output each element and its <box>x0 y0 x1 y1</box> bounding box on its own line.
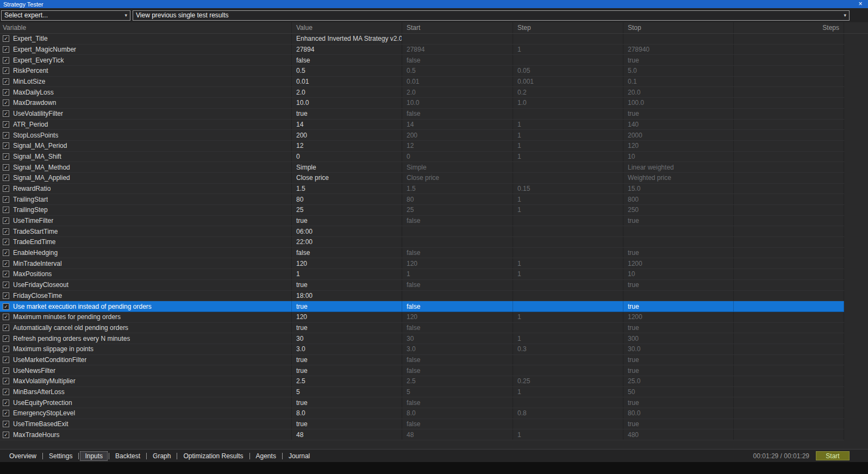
stop-cell[interactable]: 300 <box>623 333 734 344</box>
optimize-checkbox[interactable]: ✓ <box>3 99 9 106</box>
table-row[interactable]: ✓TrailingStep25251250 <box>0 205 844 216</box>
stop-cell[interactable]: 140 <box>623 120 734 130</box>
step-cell[interactable]: 1 <box>513 130 623 140</box>
value-cell[interactable]: 2.5 <box>292 376 402 386</box>
value-cell[interactable]: 18:00 <box>292 291 402 301</box>
optimize-checkbox[interactable]: ✓ <box>3 228 9 235</box>
start-cell[interactable]: 25 <box>402 205 513 215</box>
value-cell[interactable]: 8.0 <box>292 408 402 419</box>
table-row[interactable]: ✓UseTimeFiltertruefalsetrue <box>0 216 844 227</box>
start-cell[interactable]: 0.5 <box>402 66 513 76</box>
stop-cell[interactable]: 0.1 <box>623 77 734 87</box>
optimize-checkbox[interactable]: ✓ <box>3 217 9 224</box>
start-cell[interactable]: 200 <box>402 130 513 140</box>
stop-cell[interactable] <box>623 34 734 44</box>
step-cell[interactable] <box>513 291 623 301</box>
step-cell[interactable] <box>513 365 623 376</box>
step-cell[interactable] <box>513 419 623 429</box>
stop-cell[interactable]: true <box>623 109 734 119</box>
optimize-checkbox[interactable]: ✓ <box>3 271 9 277</box>
step-cell[interactable]: 1.0 <box>513 98 623 108</box>
table-row[interactable]: ✓FridayCloseTime18:00 <box>0 291 844 302</box>
optimize-checkbox[interactable]: ✓ <box>3 292 9 299</box>
value-cell[interactable]: true <box>292 109 402 119</box>
table-row[interactable]: ✓StopLossPoints20020012000 <box>0 130 844 141</box>
start-cell[interactable]: 48 <box>402 429 513 440</box>
optimize-checkbox[interactable]: ✓ <box>3 132 9 139</box>
stop-cell[interactable]: true <box>623 248 734 258</box>
stop-cell[interactable]: true <box>623 323 734 333</box>
step-cell[interactable]: 1 <box>513 333 623 344</box>
optimize-checkbox[interactable]: ✓ <box>3 185 9 192</box>
value-cell[interactable]: 120 <box>292 312 402 322</box>
tab-backtest[interactable]: Backtest <box>110 451 145 461</box>
column-header-step[interactable]: Step <box>513 22 623 33</box>
step-cell[interactable] <box>513 109 623 119</box>
stop-cell[interactable]: 10 <box>623 269 734 279</box>
table-row[interactable]: ✓Expert_MagicNumber27894278941278940 <box>0 45 844 55</box>
table-row[interactable]: ✓UseMarketConditionFiltertruefalsetrue <box>0 355 844 366</box>
value-cell[interactable]: 0 <box>292 152 402 162</box>
step-cell[interactable]: 1 <box>513 269 623 279</box>
optimize-checkbox[interactable]: ✓ <box>3 378 9 384</box>
start-cell[interactable]: 10.0 <box>402 98 513 108</box>
step-cell[interactable]: 0.001 <box>513 77 623 87</box>
optimize-checkbox[interactable]: ✓ <box>3 335 9 342</box>
optimize-checkbox[interactable]: ✓ <box>3 164 9 171</box>
optimize-checkbox[interactable]: ✓ <box>3 357 9 363</box>
value-cell[interactable]: 14 <box>292 120 402 130</box>
optimize-checkbox[interactable]: ✓ <box>3 57 9 64</box>
stop-cell[interactable]: 1200 <box>623 258 734 269</box>
value-cell[interactable]: Simple <box>292 162 402 172</box>
value-cell[interactable]: Enhanced Inverted MA Strategy v2.04 <box>292 34 402 44</box>
optimize-checkbox[interactable]: ✓ <box>3 367 9 374</box>
start-cell[interactable]: 27894 <box>402 45 513 55</box>
start-cell[interactable]: 2.5 <box>402 376 513 386</box>
step-cell[interactable]: 1 <box>513 141 623 151</box>
table-row[interactable]: ✓MinTradeInterval12012011200 <box>0 258 844 269</box>
start-button[interactable]: Start <box>816 451 850 460</box>
column-header-value[interactable]: Value <box>292 22 402 33</box>
start-cell[interactable] <box>402 291 513 301</box>
table-row[interactable]: ✓MinBarsAfterLoss55150 <box>0 387 844 398</box>
value-cell[interactable]: true <box>292 365 402 376</box>
value-cell[interactable]: 0.5 <box>292 66 402 76</box>
table-row[interactable]: ✓Signal_MA_Period12121120 <box>0 141 844 152</box>
start-cell[interactable]: 12 <box>402 141 513 151</box>
step-cell[interactable] <box>513 248 623 258</box>
optimize-checkbox[interactable]: ✓ <box>3 142 9 149</box>
value-cell[interactable]: 5 <box>292 387 402 397</box>
optimize-checkbox[interactable]: ✓ <box>3 432 9 438</box>
stop-cell[interactable]: Linear weighted <box>623 162 734 172</box>
start-cell[interactable]: 0.01 <box>402 77 513 87</box>
stop-cell[interactable]: 100.0 <box>623 98 734 108</box>
stop-cell[interactable] <box>623 291 734 301</box>
value-cell[interactable]: 200 <box>292 130 402 140</box>
stop-cell[interactable]: true <box>623 397 734 408</box>
step-cell[interactable]: 1 <box>513 312 623 322</box>
value-cell[interactable]: 1 <box>292 269 402 279</box>
optimize-checkbox[interactable]: ✓ <box>3 239 9 245</box>
optimize-checkbox[interactable]: ✓ <box>3 46 9 53</box>
optimize-checkbox[interactable]: ✓ <box>3 35 9 42</box>
start-cell[interactable]: 14 <box>402 120 513 130</box>
table-row[interactable]: ✓Expert_EveryTickfalsefalsetrue <box>0 55 844 66</box>
step-cell[interactable] <box>513 34 623 44</box>
value-cell[interactable]: 30 <box>292 333 402 344</box>
value-cell[interactable]: false <box>292 248 402 258</box>
step-cell[interactable] <box>513 173 623 183</box>
value-cell[interactable]: 10.0 <box>292 98 402 108</box>
step-cell[interactable]: 0.25 <box>513 376 623 386</box>
stop-cell[interactable]: 15.0 <box>623 184 734 194</box>
table-row[interactable]: ✓MaxPositions11110 <box>0 269 844 280</box>
start-cell[interactable]: false <box>402 397 513 408</box>
step-cell[interactable]: 0.15 <box>513 184 623 194</box>
step-cell[interactable]: 1 <box>513 152 623 162</box>
stop-cell[interactable]: 30.0 <box>623 344 734 354</box>
start-cell[interactable]: 30 <box>402 333 513 344</box>
start-cell[interactable]: Close price <box>402 173 513 183</box>
stop-cell[interactable]: true <box>623 355 734 365</box>
start-cell[interactable]: 0 <box>402 152 513 162</box>
stop-cell[interactable]: 120 <box>623 141 734 151</box>
table-row[interactable]: ✓EnableHedgingfalsefalsetrue <box>0 248 844 259</box>
